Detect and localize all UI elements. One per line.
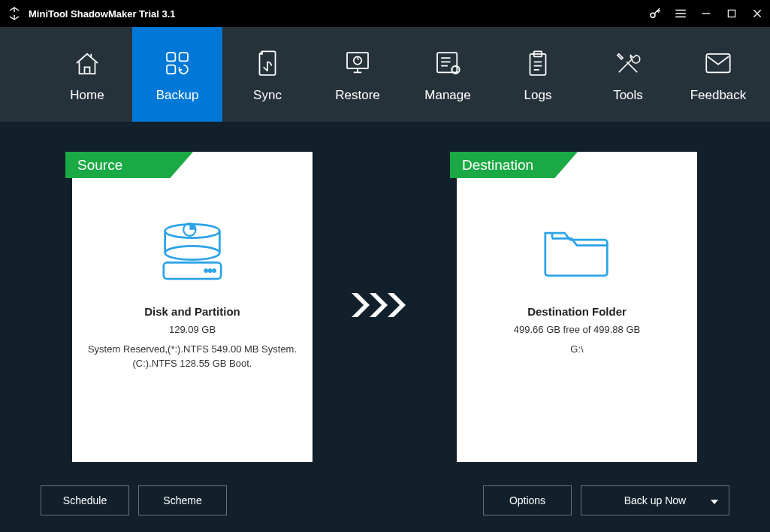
nav-feedback[interactable]: Feedback bbox=[673, 27, 763, 122]
menu-icon[interactable] bbox=[668, 0, 693, 27]
close-button[interactable] bbox=[744, 0, 770, 27]
source-detail-1: System Reserved,(*:).NTFS 549.00 MB Syst… bbox=[77, 342, 307, 357]
svg-point-13 bbox=[165, 246, 220, 259]
nav-label: Sync bbox=[253, 88, 282, 103]
schedule-button[interactable]: Schedule bbox=[41, 485, 129, 515]
source-tab-label: Source bbox=[65, 152, 193, 178]
nav-label: Manage bbox=[424, 88, 470, 103]
direction-arrows-icon bbox=[350, 292, 422, 319]
app-logo-icon bbox=[6, 5, 23, 22]
svg-rect-3 bbox=[180, 53, 188, 61]
source-size: 129.09 GB bbox=[159, 322, 226, 337]
window-title: MiniTool ShadowMaker Trial 3.1 bbox=[29, 8, 176, 20]
backup-now-button[interactable]: Back up Now bbox=[581, 485, 729, 515]
nav-label: Restore bbox=[335, 88, 380, 103]
nav-manage[interactable]: Manage bbox=[403, 27, 493, 122]
options-button[interactable]: Options bbox=[483, 485, 572, 515]
logs-icon bbox=[524, 46, 552, 80]
restore-icon bbox=[341, 46, 374, 80]
manage-icon bbox=[432, 46, 464, 80]
backup-now-label: Back up Now bbox=[624, 494, 686, 506]
nav-home[interactable]: Home bbox=[42, 27, 132, 122]
disk-icon bbox=[72, 197, 313, 302]
home-icon bbox=[71, 46, 103, 80]
destination-tab-label: Destination bbox=[450, 152, 578, 178]
svg-rect-5 bbox=[347, 53, 368, 68]
nav-label: Backup bbox=[156, 88, 199, 103]
source-detail-2: (C:).NTFS 128.55 GB Boot. bbox=[122, 356, 263, 371]
destination-panel[interactable]: Destination Destination Folder 499.66 GB… bbox=[457, 152, 697, 462]
caret-down-icon bbox=[711, 494, 718, 506]
svg-rect-2 bbox=[167, 53, 175, 61]
svg-point-0 bbox=[651, 13, 655, 17]
feedback-icon bbox=[702, 46, 734, 80]
svg-rect-4 bbox=[167, 65, 175, 74]
scheme-button[interactable]: Scheme bbox=[138, 485, 227, 515]
nav-restore[interactable]: Restore bbox=[313, 27, 403, 122]
nav-logs[interactable]: Logs bbox=[493, 27, 583, 122]
sync-icon bbox=[253, 46, 282, 80]
nav-label: Feedback bbox=[690, 88, 747, 103]
nav-sync[interactable]: Sync bbox=[222, 27, 313, 122]
svg-rect-1 bbox=[728, 10, 735, 17]
nav-label: Home bbox=[70, 88, 104, 103]
backup-icon bbox=[162, 46, 193, 80]
nav-backup[interactable]: Backup bbox=[132, 27, 222, 122]
tools-icon bbox=[612, 46, 644, 80]
folder-icon bbox=[457, 197, 697, 302]
destination-path: G:\ bbox=[560, 342, 593, 357]
svg-rect-11 bbox=[706, 54, 730, 73]
maximize-button[interactable] bbox=[719, 0, 744, 27]
svg-point-16 bbox=[209, 270, 211, 272]
minimize-button[interactable] bbox=[693, 0, 719, 27]
main-nav: Home Backup Sync Restore Manage bbox=[0, 27, 770, 122]
svg-point-18 bbox=[205, 270, 207, 272]
svg-point-17 bbox=[213, 270, 216, 272]
nav-tools[interactable]: Tools bbox=[583, 27, 673, 122]
nav-label: Tools bbox=[613, 88, 643, 103]
destination-free: 499.66 GB free of 499.88 GB bbox=[503, 322, 651, 337]
nav-label: Logs bbox=[524, 88, 552, 103]
source-heading: Disk and Partition bbox=[144, 305, 240, 318]
destination-heading: Destination Folder bbox=[527, 305, 627, 318]
key-icon[interactable] bbox=[642, 0, 668, 27]
source-panel[interactable]: Source Disk and Partition 129.09 GB Sy bbox=[72, 152, 313, 462]
